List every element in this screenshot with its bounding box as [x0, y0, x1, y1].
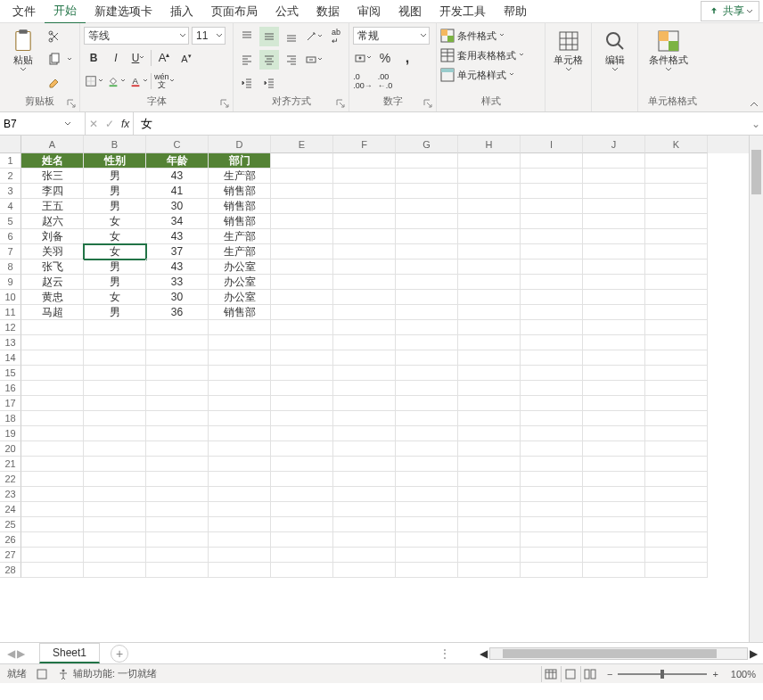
cell[interactable] [209, 411, 271, 426]
cell[interactable] [645, 259, 708, 275]
cell[interactable] [271, 532, 333, 548]
number-launcher[interactable] [423, 99, 434, 110]
cell[interactable] [521, 169, 583, 184]
cell[interactable] [645, 487, 708, 502]
cell[interactable] [645, 275, 708, 290]
cell[interactable] [583, 229, 645, 244]
cell[interactable] [521, 532, 583, 548]
cell[interactable] [645, 350, 708, 366]
cells-grid[interactable]: 姓名性别年龄部门张三男43生产部李四男41销售部王五男30销售部赵六女34销售部… [21, 153, 749, 578]
cell[interactable] [396, 366, 458, 381]
cell[interactable] [271, 548, 333, 563]
cell[interactable] [333, 350, 396, 366]
view-page-layout-button[interactable] [561, 666, 580, 682]
cell[interactable] [458, 548, 521, 563]
cell[interactable] [271, 199, 333, 214]
cell[interactable] [333, 396, 396, 411]
cell[interactable]: 女 [84, 214, 146, 229]
cell[interactable] [458, 229, 521, 244]
cell[interactable] [521, 411, 583, 426]
row-header[interactable]: 28 [0, 563, 21, 578]
cell[interactable] [645, 396, 708, 411]
share-button[interactable]: 共享 [701, 1, 759, 21]
cell[interactable]: 赵六 [21, 214, 84, 229]
cell[interactable]: 销售部 [209, 199, 271, 214]
cell[interactable] [645, 305, 708, 320]
cell[interactable] [209, 548, 271, 563]
hsb-thumb[interactable] [503, 649, 717, 658]
cell[interactable] [21, 411, 84, 426]
cell[interactable] [209, 532, 271, 548]
cell[interactable] [645, 517, 708, 532]
cell[interactable]: 生产部 [209, 169, 271, 184]
cell[interactable]: 李四 [21, 184, 84, 199]
collapse-ribbon-button[interactable] [749, 99, 759, 110]
hsb-right[interactable]: ▶ [748, 647, 759, 660]
cell[interactable] [84, 548, 146, 563]
cell[interactable] [645, 199, 708, 214]
cell[interactable]: 刘备 [21, 229, 84, 244]
cell[interactable]: 销售部 [209, 214, 271, 229]
cell[interactable]: 年龄 [146, 153, 209, 169]
cell[interactable] [21, 366, 84, 381]
cell[interactable] [645, 441, 708, 457]
cell[interactable]: 关羽 [21, 244, 84, 259]
cell[interactable] [84, 320, 146, 335]
cell[interactable] [84, 350, 146, 366]
comma-button[interactable]: , [398, 48, 417, 68]
cell[interactable]: 36 [146, 305, 209, 320]
cell[interactable] [209, 487, 271, 502]
zoom-out-button[interactable]: − [607, 669, 612, 679]
cell[interactable] [333, 517, 396, 532]
cell[interactable] [521, 563, 583, 578]
row-header[interactable]: 5 [0, 214, 21, 229]
cell[interactable] [84, 487, 146, 502]
cell[interactable] [458, 214, 521, 229]
cell[interactable] [583, 517, 645, 532]
align-right-button[interactable] [282, 50, 301, 70]
cell[interactable] [146, 502, 209, 517]
merge-button[interactable] [304, 50, 324, 70]
cell[interactable] [209, 381, 271, 396]
row-header[interactable]: 12 [0, 320, 21, 335]
wrap-text-button[interactable]: ab↵ [326, 27, 346, 46]
cell[interactable] [583, 153, 645, 169]
cell[interactable] [458, 320, 521, 335]
cell[interactable] [21, 350, 84, 366]
row-header[interactable]: 24 [0, 502, 21, 517]
paste-button[interactable]: 粘贴 [4, 27, 43, 74]
add-sheet-button[interactable]: + [111, 645, 128, 663]
cell[interactable] [521, 199, 583, 214]
cell[interactable]: 女 [84, 244, 146, 259]
cell[interactable] [271, 350, 333, 366]
cell[interactable] [271, 381, 333, 396]
cell[interactable] [521, 426, 583, 441]
cell[interactable] [333, 169, 396, 184]
row-header[interactable]: 25 [0, 517, 21, 532]
cancel-icon[interactable]: ✕ [89, 118, 98, 130]
cell[interactable] [396, 199, 458, 214]
cell[interactable] [271, 244, 333, 259]
cell[interactable] [458, 184, 521, 199]
cell[interactable] [209, 441, 271, 457]
tab-dev[interactable]: 开发工具 [431, 0, 495, 23]
cell[interactable] [458, 244, 521, 259]
cell[interactable]: 男 [84, 275, 146, 290]
cell[interactable] [146, 396, 209, 411]
cell[interactable] [146, 563, 209, 578]
cell[interactable]: 男 [84, 184, 146, 199]
italic-button[interactable]: I [106, 48, 126, 68]
cell[interactable]: 43 [146, 169, 209, 184]
row-header[interactable]: 16 [0, 381, 21, 396]
cell[interactable]: 男 [84, 199, 146, 214]
row-header[interactable]: 3 [0, 184, 21, 199]
cell[interactable] [333, 335, 396, 350]
cell[interactable]: 销售部 [209, 184, 271, 199]
col-header[interactable]: F [333, 136, 396, 153]
cell[interactable] [583, 214, 645, 229]
cell[interactable] [333, 366, 396, 381]
cell[interactable] [458, 487, 521, 502]
cell[interactable]: 女 [84, 229, 146, 244]
cell[interactable] [396, 169, 458, 184]
cell[interactable]: 生产部 [209, 229, 271, 244]
